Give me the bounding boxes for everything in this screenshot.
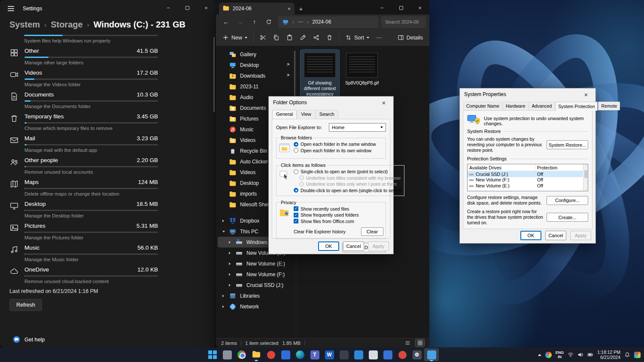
- app-blue-3-icon[interactable]: [380, 348, 395, 361]
- menu-icon[interactable]: [8, 6, 14, 11]
- sidebar-item-gallery[interactable]: Gallery: [218, 49, 294, 60]
- column-header-drives[interactable]: Available Drives: [468, 164, 535, 171]
- open-to-dropdown[interactable]: Home: [329, 123, 386, 132]
- settings-scrollbar[interactable]: [213, 37, 215, 112]
- storage-item-documents[interactable]: Documents10.3 GBManage the Documents fol…: [9, 91, 158, 109]
- paste-icon[interactable]: [283, 31, 296, 44]
- drive-row-new-volume-f[interactable]: New Volume (F:)Off: [468, 177, 583, 183]
- sidebar-item-2023-11[interactable]: 2023-11: [218, 81, 294, 92]
- delete-icon[interactable]: [323, 31, 336, 44]
- chevron-right-icon[interactable]: [229, 262, 231, 265]
- sidebar-item-new-volume-f[interactable]: New Volume (F:): [218, 269, 294, 280]
- app-dark-1-icon[interactable]: [337, 348, 351, 361]
- tray-color-icon[interactable]: [545, 352, 552, 358]
- storage-item-mail[interactable]: Mail3.23 GBManage mail with the default …: [9, 135, 158, 153]
- cancel-button[interactable]: Cancel: [545, 231, 566, 240]
- table-scrollbar[interactable]: [583, 164, 588, 191]
- checkbox-option-show-frequently-used-folders[interactable]: ✓Show frequently used folders: [294, 212, 383, 217]
- cut-icon[interactable]: [257, 31, 269, 44]
- storage-item-other-people[interactable]: Other people2.20 GBRemove unused local a…: [9, 157, 158, 175]
- close-icon[interactable]: ×: [410, 0, 429, 15]
- radio-option-double-click-to-open-an-item-single-clic[interactable]: Double-click to open an item (single-cli…: [294, 188, 402, 193]
- chevron-right-icon[interactable]: [229, 241, 231, 244]
- app-file-explorer-icon[interactable]: [249, 348, 264, 361]
- app-blue-box-icon[interactable]: [278, 348, 293, 361]
- tab-view[interactable]: View: [297, 110, 315, 118]
- radio-option-underline-icon-titles-only-when-i-point-[interactable]: Underline icon titles only when I point …: [299, 181, 402, 187]
- chevron-right-icon[interactable]: [229, 252, 231, 254]
- storage-item-maps[interactable]: Maps124 MBDelete offline maps or change …: [9, 179, 158, 196]
- app-desktop-window-icon[interactable]: [220, 348, 234, 361]
- configure-button[interactable]: Configure...: [547, 196, 588, 205]
- app-settings-gear-icon[interactable]: ⚙: [410, 348, 424, 361]
- chevron-right-icon[interactable]: [229, 273, 231, 276]
- app-edge-icon[interactable]: [293, 348, 307, 361]
- address-ellipsis[interactable]: ⋯: [298, 19, 303, 25]
- checkbox-option-show-files-from-office-com[interactable]: ✓Show files from Office.com: [294, 219, 383, 224]
- storage-item-desktop[interactable]: Desktop18.5 MBManage the Desktop folder: [9, 201, 158, 218]
- tab-search[interactable]: Search: [316, 110, 338, 118]
- breadcrumb-system[interactable]: System: [9, 20, 40, 30]
- app-chrome-icon[interactable]: [234, 348, 249, 361]
- chevron-right-icon[interactable]: [222, 305, 224, 308]
- maximize-icon[interactable]: [392, 0, 410, 15]
- close-icon[interactable]: ×: [374, 97, 393, 109]
- cancel-button[interactable]: Cancel: [343, 241, 364, 251]
- tab-system-protection[interactable]: System Protection: [555, 102, 598, 111]
- radio-option-single-click-to-open-an-item-point-to-se[interactable]: Single-click to open an item (point to s…: [294, 169, 402, 174]
- column-header-protection[interactable]: Protection: [535, 165, 559, 170]
- app-blue-2-icon[interactable]: [351, 348, 366, 361]
- language-indicator[interactable]: ENG IN: [556, 350, 564, 359]
- breadcrumb-storage[interactable]: Storage: [51, 20, 82, 30]
- tab-close-icon[interactable]: ×: [287, 6, 291, 12]
- protection-drives-table[interactable]: Available Drives Protection Crucial SSD …: [467, 164, 588, 191]
- close-icon[interactable]: ×: [197, 0, 216, 15]
- drive-row-new-volume-e[interactable]: New Volume (E:)Off: [468, 183, 583, 189]
- forward-icon[interactable]: →: [234, 16, 247, 28]
- minimize-icon[interactable]: −: [373, 0, 392, 15]
- tab-computer-name[interactable]: Computer Name: [463, 102, 502, 110]
- sidebar-item-desktop[interactable]: Desktop: [218, 60, 294, 70]
- chevron-right-icon[interactable]: [222, 220, 224, 222]
- apply-button[interactable]: Apply: [368, 241, 389, 251]
- storage-item-onedrive[interactable]: OneDrive12.0 KBRemove unused cloud-backe…: [9, 266, 158, 284]
- new-tab-button[interactable]: +: [295, 3, 307, 15]
- sidebar-item-crucial-ssd-j[interactable]: Crucial SSD (J:): [218, 280, 294, 290]
- notification-bell-icon[interactable]: [624, 352, 630, 358]
- storage-item-music[interactable]: Music56.0 KBManage the Music folder: [9, 244, 158, 262]
- refresh-icon[interactable]: [262, 16, 275, 28]
- details-view-icon[interactable]: [403, 339, 412, 347]
- ok-button[interactable]: OK: [520, 231, 541, 240]
- ok-button[interactable]: OK: [318, 241, 339, 251]
- drive-row-crucial-ssd-j[interactable]: Crucial SSD (J:)Off: [468, 171, 583, 177]
- storage-item-temporary-files[interactable]: Temporary files3.45 GBChoose which tempo…: [9, 113, 158, 131]
- volume-icon[interactable]: [577, 352, 583, 358]
- app-active-colorful-icon[interactable]: [424, 348, 439, 361]
- wifi-icon[interactable]: [568, 352, 574, 358]
- maximize-icon[interactable]: [178, 0, 197, 15]
- tray-app-icon[interactable]: [634, 352, 641, 358]
- radio-option-open-each-folder-in-the-same-window[interactable]: Open each folder in the same window: [294, 142, 383, 147]
- close-icon[interactable]: ×: [577, 88, 595, 100]
- tray-overflow-chevron-icon[interactable]: [538, 354, 541, 356]
- search-input[interactable]: Search 2024-06: [381, 16, 426, 28]
- app-teams-icon[interactable]: T: [307, 348, 322, 361]
- back-icon[interactable]: ←: [219, 16, 233, 28]
- chevron-right-icon[interactable]: [222, 295, 224, 297]
- new-button[interactable]: New: [219, 31, 250, 44]
- storage-item-partial[interactable]: System files help Windows run properly: [24, 35, 158, 43]
- app-light-icon[interactable]: [366, 348, 380, 361]
- tab-general[interactable]: General: [272, 110, 297, 119]
- details-pane-button[interactable]: Details: [395, 31, 426, 44]
- sidebar-item-new-volume-e[interactable]: New Volume (E:): [218, 258, 294, 269]
- minimize-icon[interactable]: −: [159, 0, 178, 15]
- tab-hardware[interactable]: Hardware: [503, 102, 529, 110]
- tab-remote[interactable]: Remote: [598, 102, 620, 110]
- sidebar-item-downloads[interactable]: Downloads: [218, 70, 294, 81]
- clear-button[interactable]: Clear: [361, 227, 383, 236]
- up-icon[interactable]: ↑: [248, 16, 261, 28]
- app-red-round-icon[interactable]: [264, 348, 278, 361]
- refresh-button[interactable]: Refresh: [9, 299, 42, 311]
- radio-option-underline-icon-titles-consistent-with-my[interactable]: Underline icon titles consistent with my…: [299, 175, 402, 181]
- address-bar[interactable]: › ⋯ › 2024-06: [278, 16, 378, 28]
